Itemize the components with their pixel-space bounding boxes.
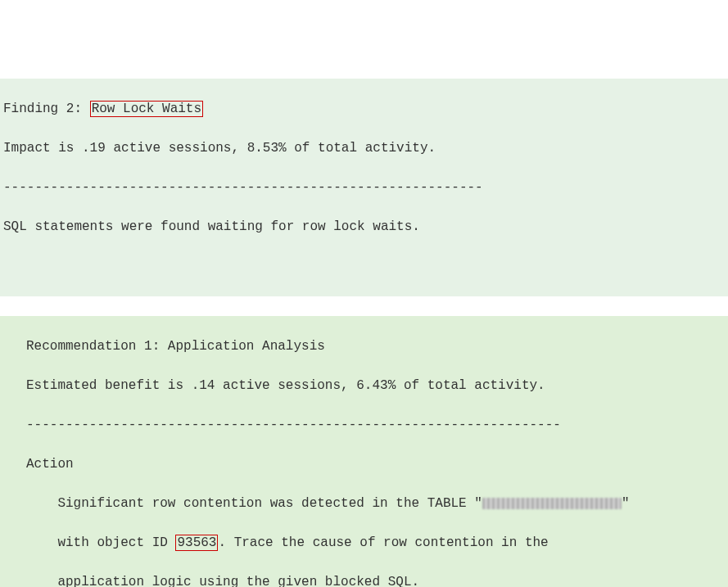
redacted-table-name <box>482 498 622 509</box>
rec-title: Recommendation 1: Application Analysis <box>26 336 725 356</box>
blank-line <box>3 256 725 276</box>
action-text-1a: Significant row contention was detected … <box>57 496 482 511</box>
action-text-2b: . Trace the cause of row contention in t… <box>218 535 548 550</box>
action-text-2a: with object ID <box>57 535 175 550</box>
action-text-1b: " <box>622 496 630 511</box>
impact-line: Impact is .19 active sessions, 8.53% of … <box>3 138 725 158</box>
finding-label: Finding 2: <box>3 102 90 116</box>
finding-title-highlight: Row Lock Waits <box>90 101 203 117</box>
object-id-highlight: 93563 <box>175 535 218 551</box>
action-line-3: application logic using the given blocke… <box>26 572 725 587</box>
rec-divider: ----------------------------------------… <box>26 415 725 435</box>
action-line-2: with object ID 93563. Trace the cause of… <box>26 533 725 553</box>
recommendation-section: Recommendation 1: Application Analysis E… <box>0 316 728 587</box>
divider-line: ----------------------------------------… <box>3 178 725 197</box>
rec-benefit: Estimated benefit is .14 active sessions… <box>26 376 725 395</box>
finding-header-section: Finding 2: Row Lock Waits Impact is .19 … <box>0 79 728 296</box>
action-text-3: application logic using the given blocke… <box>57 575 419 587</box>
action-label: Action <box>26 454 725 474</box>
finding-title-line: Finding 2: Row Lock Waits <box>3 99 725 119</box>
summary-line: SQL statements were found waiting for ro… <box>3 217 725 237</box>
action-line-1: Significant row contention was detected … <box>26 494 725 513</box>
